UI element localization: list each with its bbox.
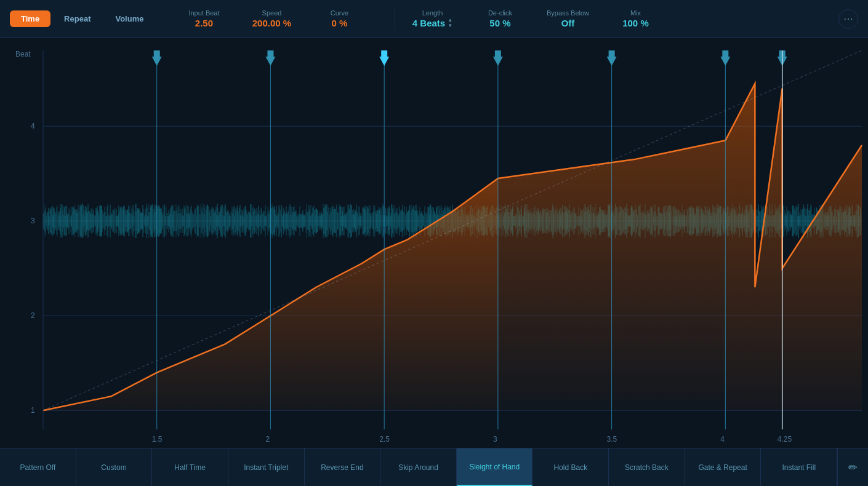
param-label-input-beat: Input Beat: [188, 9, 219, 17]
top-bar: Time Repeat Volume Input Beat 2.50 Speed…: [0, 0, 868, 38]
param-label-declick: De-click: [488, 9, 512, 17]
preset-instant-triplet[interactable]: Instant Triplet: [228, 448, 305, 486]
stepper-down-icon[interactable]: ▼: [448, 23, 452, 28]
param-bypass: Bypass Below Off: [543, 9, 592, 28]
preset-hold-back[interactable]: Hold Back: [532, 448, 609, 486]
wave-canvas[interactable]: [0, 38, 868, 448]
edit-button[interactable]: ✏: [837, 448, 868, 486]
tab-group: Time Repeat Volume: [10, 10, 155, 27]
preset-gate-repeat[interactable]: Gate & Repeat: [685, 448, 762, 486]
preset-instant-fill[interactable]: Instant Fill: [761, 448, 837, 486]
param-label-length: Length: [422, 9, 443, 17]
preset-skip-around[interactable]: Skip Around: [380, 448, 457, 486]
param-mix: Mix 100 %: [611, 9, 660, 28]
param-declick: De-click 50 %: [475, 9, 524, 28]
param-label-curve: Curve: [331, 9, 348, 17]
main-canvas: [0, 38, 868, 448]
param-value-declick[interactable]: 50 %: [489, 18, 510, 28]
more-button[interactable]: ⋯: [838, 9, 858, 29]
bottom-bar: Pattern Off Custom Half Time Instant Tri…: [0, 448, 868, 486]
separator-1: [395, 8, 395, 30]
param-label-speed: Speed: [262, 9, 282, 17]
param-value-length-group: 4 Beats ▲ ▼: [412, 18, 452, 28]
tab-volume[interactable]: Volume: [104, 10, 155, 27]
param-speed: Speed 200.00 %: [247, 9, 296, 28]
preset-half-time[interactable]: Half Time: [152, 448, 228, 486]
param-label-bypass: Bypass Below: [547, 9, 589, 17]
preset-sleight-of-hand[interactable]: Sleight of Hand: [457, 448, 533, 486]
length-stepper[interactable]: ▲ ▼: [448, 18, 452, 28]
preset-custom[interactable]: Custom: [76, 448, 153, 486]
tab-time[interactable]: Time: [10, 10, 50, 27]
param-input-beat: Input Beat 2.50: [179, 9, 228, 28]
tab-repeat[interactable]: Repeat: [53, 10, 102, 27]
param-value-input-beat[interactable]: 2.50: [195, 18, 213, 28]
param-value-bypass[interactable]: Off: [561, 18, 575, 28]
preset-reverse-end[interactable]: Reverse End: [305, 448, 381, 486]
preset-pattern-off[interactable]: Pattern Off: [0, 448, 76, 486]
param-length: Length 4 Beats ▲ ▼: [408, 9, 457, 28]
param-label-mix: Mix: [630, 9, 641, 17]
param-value-length[interactable]: 4 Beats: [412, 18, 445, 28]
param-value-mix[interactable]: 100 %: [622, 18, 649, 28]
stepper-up-icon[interactable]: ▲: [448, 18, 452, 23]
param-curve: Curve 0 %: [315, 9, 364, 28]
param-value-curve[interactable]: 0 %: [332, 18, 348, 28]
preset-scratch-back[interactable]: Scratch Back: [609, 448, 685, 486]
param-value-speed[interactable]: 200.00 %: [252, 18, 291, 28]
